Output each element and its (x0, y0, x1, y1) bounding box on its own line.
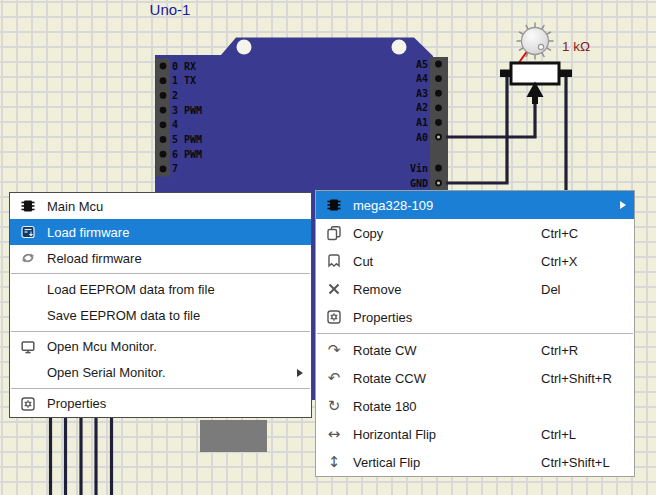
svg-text:Vin: Vin (410, 163, 428, 174)
vertical-flip-icon: ↕ (324, 454, 344, 470)
menu-item-label: Properties (353, 310, 412, 325)
pot-value-label: 1 kΩ (562, 39, 590, 54)
menu-item-label: Save EEPROM data to file (47, 308, 200, 323)
horizontal-flip-icon: ↔ (324, 426, 344, 442)
empty-icon-slot (18, 281, 38, 297)
menu-item-rotate-180[interactable]: ↻ Rotate 180 (316, 392, 634, 420)
menu-item-label: Cut (353, 254, 373, 269)
svg-text:A0: A0 (416, 132, 428, 143)
remove-x-icon (324, 281, 344, 297)
component-context-menu: mega328-109 Copy Ctrl+C Cut Ctrl+X (315, 190, 635, 477)
pot-body[interactable] (511, 63, 559, 84)
shortcut-label: Ctrl+R (541, 343, 578, 358)
analog-pin-header[interactable] (430, 57, 448, 190)
menu-item-horizontal-flip[interactable]: ↔ Horizontal Flip Ctrl+L (316, 420, 634, 448)
menu-item-vertical-flip[interactable]: ↕ Vertical Flip Ctrl+Shift+L (316, 448, 634, 476)
menu-item-label: Copy (353, 226, 383, 241)
mcu-context-menu: Main Mcu Load firmware (9, 192, 312, 418)
menu-item-load-firmware[interactable]: Load firmware (10, 219, 311, 245)
menu-item-component-properties[interactable]: Properties (316, 303, 634, 331)
menu-item-label: Rotate 180 (353, 399, 417, 414)
svg-text:GND: GND (410, 178, 428, 189)
rotate-cw-icon: ↷ (324, 342, 344, 358)
menu-item-label: Reload firmware (47, 251, 142, 266)
svg-text:4: 4 (172, 119, 178, 130)
menu-item-rotate-ccw[interactable]: ↶ Rotate CCW Ctrl+Shift+R (316, 364, 634, 392)
copy-icon (324, 225, 344, 241)
menu-item-label: Vertical Flip (353, 455, 420, 470)
pot-wiper-stem (532, 93, 538, 104)
svg-text:A4: A4 (416, 73, 428, 84)
svg-text:5 PWM: 5 PWM (172, 134, 202, 145)
gear-icon (18, 396, 38, 412)
shortcut-label: Ctrl+Shift+R (541, 371, 612, 386)
svg-text:A3: A3 (416, 88, 428, 99)
menu-item-main-mcu[interactable]: Main Mcu (10, 193, 311, 219)
mounting-hole (237, 40, 252, 55)
shortcut-label: Del (541, 282, 561, 297)
load-firmware-icon (18, 224, 38, 240)
mcu-chip-icon (324, 197, 344, 213)
menu-separator (11, 388, 310, 389)
menu-separator (11, 331, 310, 332)
mcu-chip-icon (18, 198, 38, 214)
menu-item-rotate-cw[interactable]: ↷ Rotate CW Ctrl+R (316, 336, 634, 364)
shortcut-label: Ctrl+Shift+L (541, 455, 610, 470)
rotate-ccw-icon: ↶ (324, 370, 344, 386)
menu-item-label: Horizontal Flip (353, 427, 436, 442)
wire-gnd-to-pot[interactable] (446, 75, 507, 183)
shortcut-label: Ctrl+X (541, 254, 577, 269)
menu-item-open-serial-monitor[interactable]: Open Serial Monitor. (10, 360, 311, 386)
reload-icon (18, 250, 38, 266)
menu-item-label: Load firmware (47, 225, 129, 240)
component-title: Uno-1 (150, 1, 191, 18)
menu-item-mega328-submenu[interactable]: mega328-109 (316, 191, 634, 219)
menu-item-label: Load EEPROM data from file (47, 282, 215, 297)
usb-connector (200, 420, 267, 452)
wire-a0-to-wiper[interactable] (446, 100, 535, 137)
menu-item-label: Main Mcu (47, 199, 103, 214)
monitor-icon (18, 339, 38, 355)
pot-knob-dot (538, 44, 543, 49)
shortcut-label: Ctrl+C (541, 226, 578, 241)
menu-item-label: Open Serial Monitor. (47, 365, 166, 380)
menu-item-open-mcu-monitor[interactable]: Open Mcu Monitor. (10, 334, 311, 360)
menu-item-remove[interactable]: Remove Del (316, 275, 634, 303)
potentiometer[interactable]: 1 kΩ (500, 23, 590, 105)
mounting-hole (392, 40, 407, 55)
svg-text:A5: A5 (416, 59, 428, 70)
menu-item-label: Rotate CW (353, 343, 417, 358)
menu-item-label: Rotate CCW (353, 371, 426, 386)
menu-item-copy[interactable]: Copy Ctrl+C (316, 219, 634, 247)
cut-icon (324, 253, 344, 269)
submenu-arrow-icon (620, 201, 626, 209)
shortcut-label: Ctrl+L (541, 427, 576, 442)
svg-text:7: 7 (172, 163, 178, 174)
menu-item-reload-firmware[interactable]: Reload firmware (10, 245, 311, 271)
digital-pin-header[interactable] (156, 59, 170, 177)
empty-icon-slot (18, 365, 38, 381)
rotate-180-icon: ↻ (324, 398, 344, 414)
pot-lead-right (559, 70, 572, 78)
menu-item-label: Open Mcu Monitor. (47, 339, 157, 354)
menu-separator (317, 333, 633, 334)
pot-lead-left (500, 70, 511, 78)
menu-item-label: Remove (353, 282, 401, 297)
menu-item-save-eeprom[interactable]: Save EEPROM data to file (10, 303, 311, 329)
menu-separator (11, 273, 310, 274)
svg-text:6 PWM: 6 PWM (172, 149, 202, 160)
svg-text:A1: A1 (416, 117, 428, 128)
svg-text:0 RX: 0 RX (172, 61, 196, 72)
svg-text:1 TX: 1 TX (172, 75, 196, 86)
svg-text:3 PWM: 3 PWM (172, 105, 202, 116)
circuit-canvas[interactable]: Uno-1 0 RX 1 TX 2 3 PWM (0, 0, 656, 495)
menu-item-label: mega328-109 (353, 198, 433, 213)
menu-item-load-eeprom[interactable]: Load EEPROM data from file (10, 276, 311, 302)
pot-knob[interactable] (522, 28, 549, 55)
empty-icon-slot (18, 308, 38, 324)
menu-item-mcu-properties[interactable]: Properties (10, 391, 311, 417)
gear-icon (324, 309, 344, 325)
svg-text:A2: A2 (416, 102, 428, 113)
menu-item-cut[interactable]: Cut Ctrl+X (316, 247, 634, 275)
svg-text:2: 2 (172, 90, 178, 101)
